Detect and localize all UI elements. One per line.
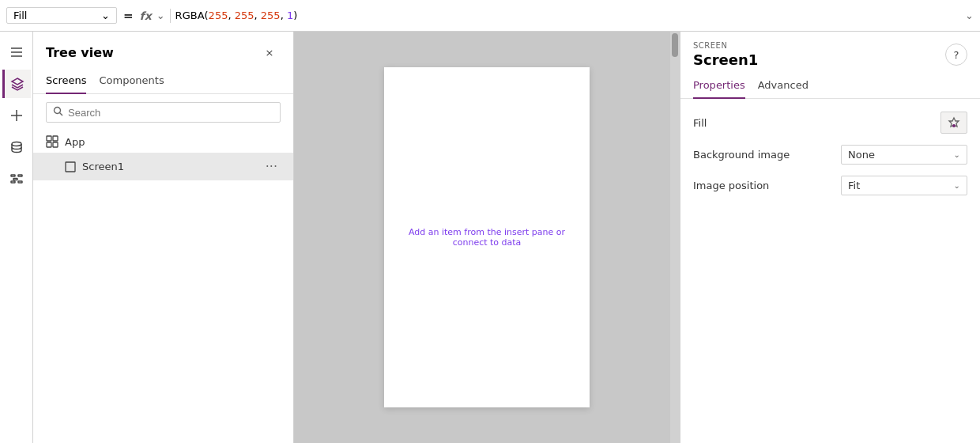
tab-screens[interactable]: Screens [46,70,86,94]
search-icon [53,106,63,119]
background-image-row: Background image None ⌄ [693,145,967,165]
tree-item-screen1[interactable]: Screen1 ··· [33,153,293,180]
rgba-255-2: 255 [235,9,254,21]
canvas-frame[interactable]: Add an item from the insert pane or conn… [384,67,590,407]
svg-point-19 [952,124,956,127]
formula-chevron-right[interactable]: ⌄ [965,9,974,21]
screen-name: Screen1 [693,51,758,68]
search-input[interactable] [68,107,273,119]
help-button[interactable]: ? [945,44,967,66]
background-image-chevron-icon: ⌄ [954,150,960,159]
tree-search-box[interactable] [46,102,281,123]
tree-close-button[interactable]: × [258,41,281,63]
svg-rect-14 [47,136,51,141]
tab-properties[interactable]: Properties [693,74,745,99]
svg-rect-9 [13,179,17,180]
svg-rect-10 [11,181,15,183]
svg-point-6 [12,142,21,146]
icon-sidebar [0,32,33,443]
formula-bar: Fill ⌄ = fx ⌄ RGBA(255, 255, 255, 1) ⌄ [0,0,980,32]
equals-sign: = [123,9,134,23]
props-panel: SCREEN Screen1 ? Properties Advanced Fil… [680,32,980,443]
main-layout: Tree view × Screens Components [0,32,980,443]
canvas-placeholder-text: Add an item from the insert pane or conn… [384,227,590,248]
canvas-scrollbar[interactable] [670,32,680,443]
svg-rect-16 [47,142,51,147]
rgba-label: RGBA( [175,9,209,21]
props-tabs: Properties Advanced [680,68,980,99]
props-content: Fill Background image None ⌄ [680,99,980,208]
fill-control [940,112,967,134]
formula-fx-area: fx ⌄ RGBA(255, 255, 255, 1) [140,9,959,23]
fill-color-button[interactable] [940,112,967,134]
screen1-more-icon[interactable]: ··· [262,157,281,176]
tree-panel: Tree view × Screens Components [33,32,294,443]
image-position-label: Image position [693,180,769,191]
background-image-dropdown[interactable]: None ⌄ [841,145,967,165]
tree-tabs: Screens Components [33,70,293,94]
add-icon[interactable] [2,101,31,130]
settings-icon[interactable] [2,165,31,193]
rgba-255-3: 255 [261,9,281,21]
svg-rect-11 [18,181,22,183]
screen-label: SCREEN [693,41,758,50]
svg-rect-7 [11,175,15,176]
tab-components[interactable]: Components [99,70,164,94]
hamburger-menu-icon[interactable] [2,38,31,66]
background-image-label: Background image [693,149,790,161]
props-screen-info: SCREEN Screen1 [693,41,758,68]
fx-dropdown-chevron[interactable]: ⌄ [156,9,165,21]
image-position-chevron-icon: ⌄ [954,181,960,190]
property-selector[interactable]: Fill ⌄ [6,7,117,24]
svg-line-13 [60,113,63,116]
formula-expression: RGBA(255, 255, 255, 1) [175,9,298,21]
tree-title: Tree view [46,45,114,60]
svg-marker-3 [12,78,23,85]
property-chevron-icon: ⌄ [101,9,110,21]
canvas-area: Add an item from the insert pane or conn… [294,32,680,443]
image-position-row: Image position Fit ⌄ [693,176,967,195]
props-header: SCREEN Screen1 ? [680,32,980,68]
scrollbar-thumb[interactable] [672,33,678,57]
app-icon [46,135,58,148]
props-header-row: SCREEN Screen1 ? [693,41,967,68]
data-icon[interactable] [2,133,31,161]
fill-label: Fill [693,117,707,129]
image-position-dropdown[interactable]: Fit ⌄ [841,176,967,195]
app-label: App [65,136,281,148]
rgba-alpha: 1 [287,9,293,21]
background-image-value: None [848,149,875,161]
svg-rect-18 [66,162,75,172]
tab-advanced[interactable]: Advanced [758,74,808,99]
fill-row: Fill [693,112,967,134]
svg-rect-15 [53,136,58,141]
property-label: Fill [13,9,27,21]
screen-icon [65,161,76,172]
svg-rect-17 [53,142,58,147]
fx-divider [170,9,171,23]
tree-item-app[interactable]: App [33,131,293,153]
tree-header: Tree view × [33,32,293,70]
image-position-value: Fit [848,180,860,191]
screen1-label: Screen1 [82,161,256,172]
help-icon: ? [954,49,959,61]
svg-rect-8 [18,175,22,176]
tree-items: App Screen1 ··· [33,131,293,443]
fx-icon: fx [140,9,152,22]
rgba-255-1: 255 [209,9,228,21]
svg-point-12 [55,108,61,114]
layers-icon[interactable] [2,70,31,98]
